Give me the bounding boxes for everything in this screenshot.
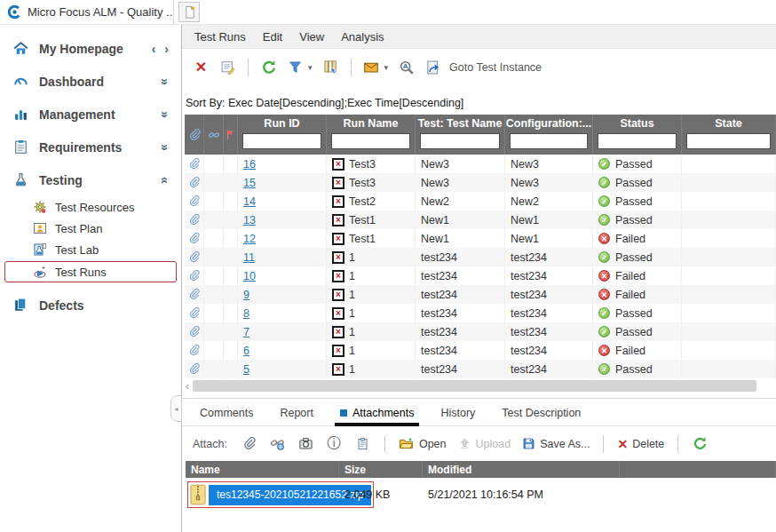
upload-attachment-button[interactable]: Upload <box>458 437 511 450</box>
sidebar-item-my-homepage[interactable]: My Homepage ‹ › <box>0 32 181 65</box>
link-column-header[interactable] <box>204 115 224 155</box>
run-id-link[interactable]: 13 <box>243 214 256 226</box>
table-row[interactable]: 11 × 1 test234 test234 ✓ Passed <box>185 248 776 266</box>
menu-analysis[interactable]: Analysis <box>341 30 384 44</box>
find-button[interactable]: A <box>398 59 415 75</box>
run-id-link[interactable]: 16 <box>243 158 256 171</box>
tab-comments[interactable]: Comments <box>200 407 253 425</box>
table-row[interactable]: 7 × 1 test234 test234 ✓ Passed <box>185 322 776 341</box>
horizontal-scrollbar[interactable]: ‹ <box>182 378 776 393</box>
table-row[interactable]: 14 × Test2 New2 New2 ✓ Passed <box>185 192 776 210</box>
column-header-status[interactable]: Status <box>593 115 682 155</box>
filter-status[interactable] <box>598 133 677 149</box>
sidebar-item-defects[interactable]: Defects <box>0 283 181 322</box>
refresh-attachments-button[interactable] <box>692 435 709 452</box>
run-id-link[interactable]: 15 <box>243 177 256 189</box>
tab-attachments[interactable]: Attachments <box>340 407 414 425</box>
attach-system-info-button[interactable]: ⓘ <box>326 435 343 452</box>
table-row[interactable]: 10 × 1 test234 test234 ✕ Failed <box>185 266 776 285</box>
run-id-link[interactable]: 8 <box>243 307 249 320</box>
sidebar-collapse-handle[interactable]: ◂ <box>170 395 182 422</box>
svg-text:A: A <box>402 62 408 70</box>
table-row[interactable]: 13 × Test1 New1 New1 ✓ Passed <box>185 210 776 229</box>
attach-file-button[interactable] <box>241 435 257 452</box>
select-columns-button[interactable] <box>322 59 339 75</box>
column-header-test-name[interactable]: Test: Test Name <box>416 115 505 155</box>
run-id-link[interactable]: 6 <box>243 345 249 357</box>
sidebar-item-test-plan[interactable]: Test Plan <box>0 218 181 239</box>
attachment-column-header[interactable] <box>185 115 204 155</box>
menu-view[interactable]: View <box>299 30 324 44</box>
run-id-link[interactable]: 11 <box>243 251 255 264</box>
send-mail-button[interactable] <box>363 59 380 75</box>
run-id-link[interactable]: 9 <box>243 289 249 301</box>
table-row[interactable]: 16 × Test3 New3 New3 ✓ Passed <box>185 155 776 173</box>
filter-configuration[interactable] <box>510 133 588 149</box>
app-tab[interactable]: Micro Focus ALM - Quality ... ✕ <box>0 0 174 24</box>
expand-chevron-icon[interactable]: » <box>158 111 172 118</box>
scrollbar-track[interactable] <box>193 380 774 392</box>
nav-forward-icon[interactable]: › <box>164 42 169 56</box>
nav-back-icon[interactable]: ‹ <box>152 42 156 56</box>
menu-test-runs[interactable]: Test Runs <box>194 30 246 44</box>
flag-column-header[interactable] <box>224 115 238 155</box>
sidebar-item-test-resources[interactable]: Test Resources <box>0 196 181 218</box>
run-id-link[interactable]: 12 <box>243 233 256 245</box>
run-id-link[interactable]: 7 <box>243 326 249 338</box>
column-header-state[interactable]: State <box>682 115 776 155</box>
run-id-link[interactable]: 5 <box>243 363 249 376</box>
table-row[interactable]: 9 × 1 test234 test234 ✕ Failed <box>185 285 776 304</box>
sidebar-item-dashboard[interactable]: Dashboard » <box>0 65 181 98</box>
sidebar-item-management[interactable]: Management » <box>0 98 181 131</box>
run-id-link[interactable]: 14 <box>243 195 256 208</box>
sidebar-item-test-lab[interactable]: Test Lab <box>0 239 181 260</box>
expand-chevron-icon[interactable]: » <box>158 78 172 85</box>
goto-test-instance-label[interactable]: Goto Test Instance <box>449 61 542 74</box>
tab-history[interactable]: History <box>440 407 475 425</box>
save-as-button[interactable]: Save As... <box>522 437 590 450</box>
open-attachment-button[interactable]: Open <box>399 437 447 451</box>
attach-clipboard-button[interactable] <box>354 435 371 452</box>
sidebar-item-requirements[interactable]: Requirements » <box>0 131 181 163</box>
attach-snapshot-button[interactable] <box>297 435 314 452</box>
menu-edit[interactable]: Edit <box>263 30 282 44</box>
column-header-run-name[interactable]: Run Name <box>327 115 416 155</box>
goto-test-instance-icon[interactable] <box>424 59 441 75</box>
mail-dropdown-caret[interactable]: ▾ <box>384 63 389 72</box>
column-header-size[interactable]: Size <box>339 461 423 478</box>
delete-run-button[interactable]: ✕ <box>193 59 210 75</box>
run-name-cell: × Test1 <box>327 229 416 248</box>
filter-state[interactable] <box>686 133 771 149</box>
sidebar-subitem-label: Test Lab <box>55 243 99 257</box>
filter-run-name[interactable] <box>331 133 410 149</box>
attachment-row[interactable]: tes12345-20210521221652.zip 2,049 KB 5/2… <box>186 478 776 512</box>
new-tab-button[interactable] <box>178 2 200 22</box>
expand-chevron-icon[interactable]: » <box>158 144 172 151</box>
tab-report[interactable]: Report <box>280 407 313 425</box>
tab-test-description[interactable]: Test Description <box>502 407 581 425</box>
sidebar: My Homepage ‹ › Dashboard » Management » <box>0 25 182 532</box>
filter-run-id[interactable] <box>242 133 321 149</box>
column-header-configuration[interactable]: Configuration:... <box>505 115 593 155</box>
filter-dropdown-caret[interactable]: ▾ <box>308 63 313 72</box>
table-row[interactable]: 8 × 1 test234 test234 ✓ Passed <box>185 304 776 322</box>
sidebar-item-test-runs[interactable]: Test Runs <box>4 261 177 282</box>
filter-test-name[interactable] <box>420 133 500 149</box>
column-header-modified[interactable]: Modified <box>423 461 620 478</box>
table-row[interactable]: 6 × 1 test234 test234 ✕ Failed <box>185 341 776 360</box>
filter-button[interactable] <box>287 59 304 75</box>
table-row[interactable]: 5 × 1 test234 test234 ✓ Passed <box>185 360 776 378</box>
collapse-chevron-icon[interactable]: « <box>158 177 172 184</box>
column-header-run-id[interactable]: Run ID <box>238 115 327 155</box>
run-id-link[interactable]: 10 <box>243 270 256 282</box>
scrollbar-thumb[interactable] <box>193 380 756 392</box>
table-row[interactable]: 12 × Test1 New1 New1 ✕ Failed <box>185 229 776 248</box>
column-header-name[interactable]: Name <box>186 461 339 478</box>
scroll-left-icon[interactable]: ‹ <box>186 380 189 393</box>
delete-attachment-button[interactable]: ✕ Delete <box>617 437 664 451</box>
sidebar-item-testing[interactable]: Testing « <box>0 163 181 196</box>
refresh-button[interactable] <box>260 59 277 75</box>
run-details-button[interactable] <box>219 59 236 75</box>
table-row[interactable]: 15 × Test3 New3 New3 ✓ Passed <box>185 173 776 192</box>
attach-url-button[interactable] <box>269 435 286 452</box>
